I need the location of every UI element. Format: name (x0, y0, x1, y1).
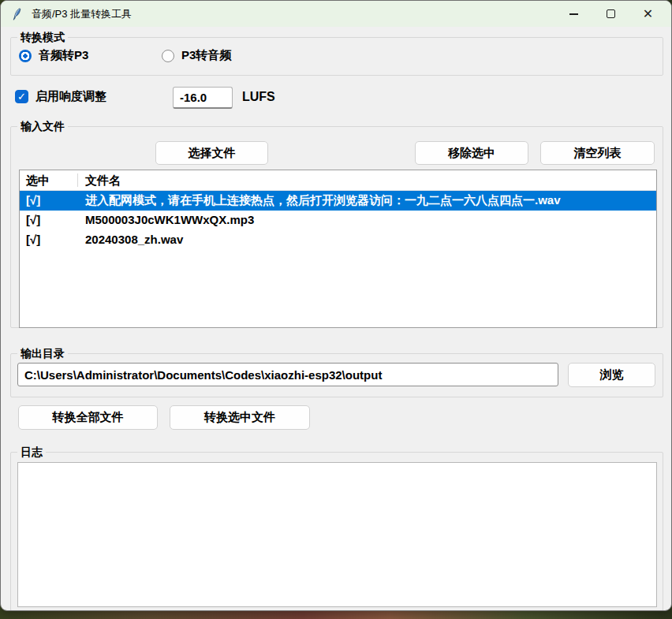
group-output-dir-label: 输出目录 (17, 346, 68, 360)
maximize-icon (607, 9, 615, 18)
group-output-dir: 输出目录 浏览 (10, 353, 663, 397)
output-path-input[interactable] (17, 363, 558, 386)
group-conversion-mode: 转换模式 音频转P3 P3转音频 (10, 37, 663, 76)
radio-audio-to-p3-label: 音频转P3 (39, 48, 88, 63)
table-row[interactable]: [√] 20240308_zh.wav (20, 230, 656, 250)
group-log: 日志 (10, 452, 663, 611)
group-input-files-label: 输入文件 (17, 119, 68, 133)
loudness-checkbox-label: 启用响度调整 (35, 89, 106, 104)
window-title: 音频/P3 批量转换工具 (32, 7, 132, 21)
row-check-mark: [√] (26, 213, 40, 226)
radio-p3-to-audio[interactable]: P3转音频 (162, 48, 231, 63)
group-input-files: 输入文件 选择文件 移除选中 清空列表 选中 文件名 [√] 进入配网模式，请在… (10, 126, 663, 328)
radio-selected-icon (19, 50, 32, 62)
row-check-mark: [√] (26, 233, 40, 246)
checkmark-icon: ✓ (17, 91, 26, 102)
table-row[interactable]: [√] M500003J0cWK1WWxQX.mp3 (20, 211, 656, 230)
minimize-button[interactable] (555, 1, 592, 27)
group-conversion-mode-label: 转换模式 (17, 30, 68, 44)
column-header-filename[interactable]: 文件名 (85, 173, 121, 188)
column-header-checked[interactable]: 选中 (26, 173, 50, 188)
radio-unselected-icon (162, 50, 174, 62)
row-filename: 20240308_zh.wav (85, 233, 183, 246)
close-button[interactable]: ✕ (629, 1, 666, 27)
row-filename: M500003J0cWK1WWxQX.mp3 (85, 213, 254, 226)
group-log-label: 日志 (17, 445, 46, 459)
maximize-button[interactable] (592, 1, 629, 27)
convert-selected-button[interactable]: 转换选中文件 (170, 405, 310, 430)
loudness-checkbox[interactable]: ✓ (15, 90, 28, 103)
column-separator (77, 173, 78, 187)
python-feather-icon (11, 8, 24, 21)
radio-audio-to-p3[interactable]: 音频转P3 (19, 48, 88, 63)
lufs-input[interactable] (173, 87, 233, 109)
close-icon: ✕ (643, 8, 653, 21)
browse-button[interactable]: 浏览 (568, 363, 655, 387)
convert-all-button[interactable]: 转换全部文件 (18, 405, 158, 430)
titlebar[interactable]: 音频/P3 批量转换工具 ✕ (1, 1, 671, 27)
window-controls: ✕ (555, 1, 666, 27)
remove-selected-button[interactable]: 移除选中 (415, 141, 528, 165)
log-textarea[interactable] (17, 462, 657, 607)
minimize-icon (569, 13, 578, 15)
row-check-mark: [√] (26, 193, 40, 207)
table-row[interactable]: [√] 进入配网模式，请在手机上连接热点，然后打开浏览器访问：一九二点一六八点四… (20, 191, 656, 211)
loudness-checkbox-row: ✓ 启用响度调整 (15, 89, 106, 104)
file-table-header: 选中 文件名 (20, 170, 656, 191)
clear-list-button[interactable]: 清空列表 (540, 141, 655, 165)
file-table[interactable]: 选中 文件名 [√] 进入配网模式，请在手机上连接热点，然后打开浏览器访问：一九… (19, 170, 657, 328)
radio-p3-to-audio-label: P3转音频 (181, 48, 231, 63)
desktop-wallpaper: 音频/P3 批量转换工具 ✕ 转换模式 音频转P3 (0, 0, 672, 619)
row-filename: 进入配网模式，请在手机上连接热点，然后打开浏览器访问：一九二点一六八点四点一.w… (85, 193, 561, 208)
lufs-unit-label: LUFS (242, 90, 275, 104)
app-window: 音频/P3 批量转换工具 ✕ 转换模式 音频转P3 (0, 0, 672, 611)
select-files-button[interactable]: 选择文件 (155, 141, 268, 165)
